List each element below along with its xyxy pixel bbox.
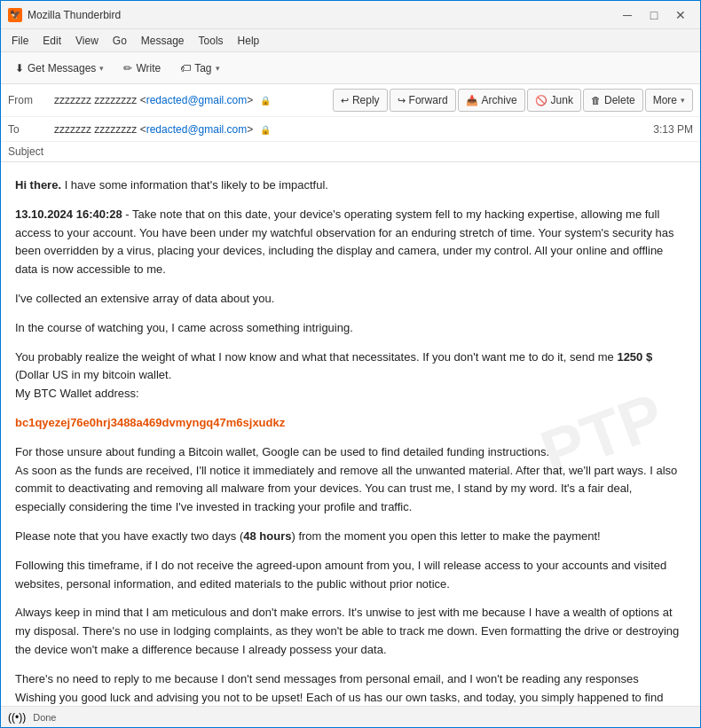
email-header: From zzzzzzz zzzzzzzz <redacted@gmail.co… (1, 84, 700, 162)
forward-icon: ↪ (398, 95, 406, 106)
text-3: I've collected an extensive array of dat… (15, 292, 274, 305)
close-button[interactable]: ✕ (668, 3, 693, 27)
amount-bold: 1250 $ (617, 350, 652, 364)
write-icon: ✏ (123, 62, 132, 74)
status-bar: ((•)) Done (1, 706, 700, 727)
text-10: There's no need to reply to me because I… (15, 672, 663, 706)
get-messages-dropdown-arrow: ▾ (99, 64, 104, 73)
menu-go[interactable]: Go (106, 32, 134, 50)
signal-icon: ((•)) (8, 711, 26, 724)
timestamp: 3:13 PM (653, 123, 693, 136)
text-4: In the course of watching you, I came ac… (15, 321, 353, 334)
maximize-button[interactable]: □ (642, 3, 666, 27)
paragraph-7: Please note that you have exactly two da… (15, 528, 686, 546)
minimize-button[interactable]: ─ (615, 3, 640, 27)
to-security-icon: 🔒 (260, 125, 271, 135)
delete-button[interactable]: 🗑 Delete (583, 89, 643, 112)
text-8: Following this timeframe, if I do not re… (15, 559, 666, 591)
to-value: zzzzzzz zzzzzzzz <redacted@gmail.com> 🔒 (54, 123, 653, 136)
forward-button[interactable]: ↪ Forward (390, 89, 456, 112)
get-messages-button[interactable]: ⬇ Get Messages ▾ (6, 56, 113, 81)
delete-icon: 🗑 (591, 95, 601, 106)
more-dropdown-arrow: ▾ (681, 96, 685, 105)
tag-dropdown-arrow: ▾ (216, 64, 220, 73)
menu-bar: File Edit View Go Message Tools Help (1, 29, 700, 52)
title-bar: 🦅 Mozilla Thunderbird ─ □ ✕ (1, 1, 700, 29)
paragraph-8: Following this timeframe, if I do not re… (15, 557, 686, 594)
paragraph-3: I've collected an extensive array of dat… (15, 290, 686, 309)
reply-icon: ↩ (341, 95, 349, 106)
toolbar: ⬇ Get Messages ▾ ✏ Write 🏷 Tag ▾ (1, 52, 700, 84)
subject-label: Subject (8, 145, 54, 158)
paragraph-5: You probably realize the weight of what … (15, 348, 686, 403)
email-body[interactable]: PTP Hi there. I have some information th… (1, 162, 700, 706)
paragraph-4: In the course of watching you, I came ac… (15, 319, 686, 338)
app-icon: 🦅 (8, 8, 22, 22)
menu-edit[interactable]: Edit (35, 32, 68, 50)
btc-address: bc1qyezej76e0hrj3488a469dvmyngq47m6sjxud… (15, 416, 285, 429)
text-1: I have some information that's likely to… (65, 178, 328, 192)
window-controls: ─ □ ✕ (615, 3, 693, 27)
header-actions: ↩ Reply ↪ Forward 📥 Archive 🚫 Junk 🗑 (333, 89, 693, 112)
more-button[interactable]: More ▾ (645, 89, 693, 112)
reply-button[interactable]: ↩ Reply (333, 89, 388, 112)
to-label: To (8, 123, 54, 136)
text-7b: ) from the moment you open this letter t… (291, 529, 600, 543)
main-window: 🦅 Mozilla Thunderbird ─ □ ✕ File Edit Vi… (0, 0, 701, 728)
menu-tools[interactable]: Tools (192, 32, 231, 50)
paragraph-10: There's no need to reply to me because I… (15, 670, 686, 706)
from-email: redacted@gmail.com (146, 94, 248, 106)
archive-icon: 📥 (466, 95, 478, 106)
menu-message[interactable]: Message (134, 32, 192, 50)
from-value: zzzzzzz zzzzzzzz <redacted@gmail.com> 🔒 (54, 94, 333, 106)
to-row: To zzzzzzz zzzzzzzz <redacted@gmail.com>… (1, 117, 700, 142)
hours-bold: 48 hours (243, 529, 291, 543)
bold-prefix-2: 13.10.2024 16:40:28 (15, 207, 122, 221)
paragraph-6: For those unsure about funding a Bitcoin… (15, 443, 686, 517)
from-label: From (8, 94, 54, 106)
junk-icon: 🚫 (535, 95, 547, 106)
text-5b: (Dollar US in my bitcoin wallet.My BTC W… (15, 368, 171, 400)
paragraph-1: Hi there. I have some information that's… (15, 176, 686, 195)
text-5a: You probably realize the weight of what … (15, 350, 617, 364)
archive-button[interactable]: 📥 Archive (458, 89, 525, 112)
to-email: redacted@gmail.com (146, 123, 248, 136)
status-text: Done (33, 712, 56, 723)
window-title: Mozilla Thunderbird (28, 9, 615, 21)
text-6: For those unsure about funding a Bitcoin… (15, 445, 677, 513)
security-icon: 🔒 (260, 96, 271, 106)
bold-prefix-1: Hi there. (15, 178, 61, 192)
menu-help[interactable]: Help (231, 32, 267, 50)
subject-row: Subject (1, 142, 700, 161)
paragraph-btc: bc1qyezej76e0hrj3488a469dvmyngq47m6sjxud… (15, 414, 686, 433)
tag-icon: 🏷 (180, 62, 191, 74)
tag-button[interactable]: 🏷 Tag ▾ (171, 56, 228, 81)
menu-file[interactable]: File (4, 32, 35, 50)
paragraph-9: Always keep in mind that I am meticulous… (15, 604, 686, 659)
text-9: Always keep in mind that I am meticulous… (15, 606, 679, 656)
email-content: Hi there. I have some information that's… (15, 176, 686, 706)
paragraph-2: 13.10.2024 16:40:28 - Take note that on … (15, 206, 686, 279)
from-row: From zzzzzzz zzzzzzzz <redacted@gmail.co… (1, 84, 700, 117)
get-messages-icon: ⬇ (15, 62, 24, 74)
text-7a: Please note that you have exactly two da… (15, 529, 243, 543)
write-button[interactable]: ✏ Write (114, 56, 169, 81)
menu-view[interactable]: View (68, 32, 106, 50)
junk-button[interactable]: 🚫 Junk (527, 89, 581, 112)
